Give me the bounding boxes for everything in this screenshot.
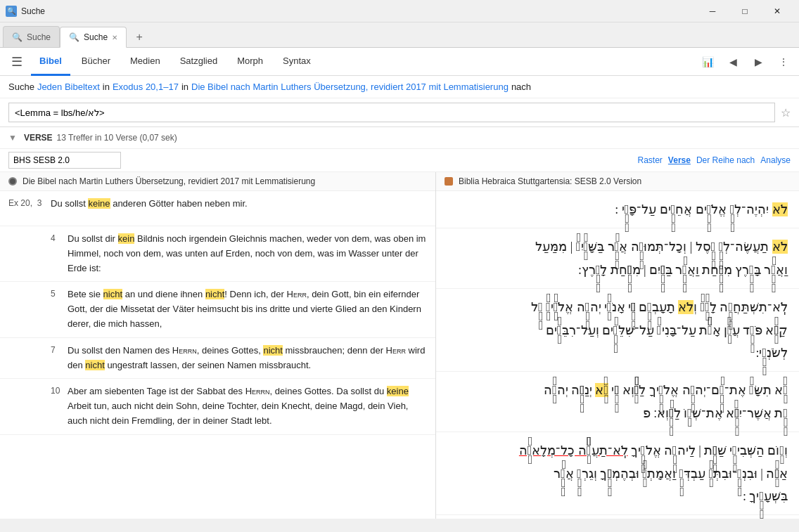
bookmark-icon[interactable]: ☆ — [781, 106, 791, 119]
tab-label-2: Suche — [84, 32, 108, 42]
hebrew-underline-lo5: לֹֽא־תַעֲשֶׂ֨ה כָל־מְלָאכָ֜ה — [519, 443, 628, 458]
back-button[interactable]: ◀ — [723, 52, 743, 72]
table-row: 7 Du sollst den Namen des Herrn, deines … — [0, 338, 435, 379]
verse-section-label: VERSE — [24, 133, 53, 143]
nav-tab-satzglied[interactable]: Satzglied — [172, 48, 226, 76]
verse-text: Du sollst keine anderen Götter haben neb… — [51, 197, 427, 220]
table-row: 10 Aber am siebenten Tage ist der Sabbat… — [0, 379, 435, 434]
hebrew-highlight-lo4: לֹ֥א — [595, 383, 608, 397]
collapse-button[interactable]: ▼ — [8, 133, 17, 143]
minimize-button[interactable]: ─ — [696, 0, 729, 22]
verse-number: 4 — [51, 232, 68, 275]
maximize-button[interactable]: □ — [729, 0, 761, 22]
highlight-nicht2: nicht — [205, 289, 224, 299]
search-link-passage[interactable]: Exodus 20,1–17 — [113, 82, 179, 92]
hebrew-highlight-lo1: לֹא — [772, 202, 788, 216]
highlight-nicht4: nicht — [85, 360, 104, 370]
results-count: 13 Treffer in 10 Verse (0,07 sek) — [57, 133, 177, 143]
app-icon: 🔍 — [6, 6, 17, 17]
hebrew-highlight-lo3: לֹא — [678, 300, 693, 314]
search-prefix: Suche — [8, 82, 34, 92]
verse-number: 7 — [51, 344, 68, 373]
verse-text: Aber am siebenten Tage ist der Sabbat de… — [68, 384, 427, 428]
tab-search2[interactable]: 🔍 Suche ✕ — [60, 27, 127, 48]
verse-text: Du sollst dir kein Bildnis noch irgendei… — [68, 232, 427, 275]
table-row: 5 Bete sie nicht an und diene ihnen nich… — [0, 282, 435, 337]
view-controls: Raster Verse Der Reihe nach Analyse — [638, 155, 791, 165]
hamburger-menu-button[interactable]: ☰ — [6, 51, 28, 73]
nav-tab-syntax[interactable]: Syntax — [274, 48, 319, 76]
highlight-nicht1: nicht — [103, 289, 122, 299]
search-link-version[interactable]: Die Bibel nach Martin Luthers Übersetzun… — [191, 82, 509, 92]
nav-tab-medien[interactable]: Medien — [122, 48, 169, 76]
tab-close-button[interactable]: ✕ — [112, 34, 117, 41]
tab-search1[interactable]: 🔍 Suche — [3, 26, 60, 47]
forward-button[interactable]: ▶ — [748, 52, 768, 72]
nav-tab-buecher[interactable]: Bücher — [73, 48, 119, 76]
left-panel: Die Bibel nach Martin Luthers Übersetzun… — [0, 172, 436, 519]
bar-chart-icon[interactable]: 📊 — [698, 52, 717, 72]
hebrew-verse-5: לֹֽא־תִשְׁתַּחֲוֶ֣ה לָהֶ֔ם֙ וְלֹא תָעָבְ… — [436, 289, 799, 372]
window-title: Suche — [21, 6, 45, 16]
verse-number: 5 — [51, 287, 68, 331]
nav-tab-medien-label: Medien — [130, 56, 160, 66]
hebrew-verse-10: וְי֛וֹם הַשְּׁבִיעִ֥י שַׁבָּ֖ת | לַיהוָ֣… — [436, 432, 799, 515]
tab-label-1: Suche — [27, 32, 51, 42]
tabbar: 🔍 Suche 🔍 Suche ✕ + — [0, 22, 799, 48]
tab-add-button[interactable]: + — [129, 27, 149, 47]
highlight-keine: keine — [88, 198, 110, 209]
nav-tab-morph-label: Morph — [237, 56, 263, 66]
search-field-row: ☆ — [0, 98, 799, 127]
right-panel: Biblia Hebraica Stuttgartensia: SESB 2.0… — [436, 172, 799, 519]
right-version-dot — [445, 177, 453, 186]
hebrew-verse-7: לֹ֥א תִשָּׂא֙ אֶת־שֵׁ֣ם־יְהוָ֣ה אֱלֹהֶ֑י… — [436, 372, 799, 432]
table-row: Ex 20, 3 Du sollst keine anderen Götter … — [0, 191, 435, 226]
verse-reference — [8, 287, 51, 331]
nav-tab-morph[interactable]: Morph — [229, 48, 271, 76]
verse-reference: Ex 20, 3 — [8, 197, 51, 220]
verse-reference — [8, 384, 51, 428]
highlight-kein: kein — [118, 233, 135, 244]
analyse-view-button[interactable]: Analyse — [760, 155, 791, 165]
titlebar-controls: ─ □ ✕ — [696, 0, 793, 22]
table-row: 4 Du sollst dir kein Bildnis noch irgend… — [0, 226, 435, 282]
verse-text: Du sollst den Namen des Herrn, deines Go… — [68, 344, 427, 373]
close-button[interactable]: ✕ — [761, 0, 793, 22]
nav-tab-bibel[interactable]: Bibel — [31, 48, 70, 76]
highlight-keine2: keine — [387, 386, 409, 396]
results-header: ▼ VERSE 13 Treffer in 10 Verse (0,07 sek… — [0, 127, 799, 149]
sequential-view-button[interactable]: Der Reihe nach — [696, 155, 755, 165]
search-input[interactable] — [8, 103, 775, 122]
verse-number: 10 — [51, 384, 68, 428]
nav-tab-satzglied-label: Satzglied — [180, 56, 217, 66]
search-in1: in — [103, 82, 110, 92]
nav-tab-bibel-label: Bibel — [39, 56, 62, 66]
version-selector-row: Raster Verse Der Reihe nach Analyse — [0, 149, 799, 172]
search-icon-tab1: 🔍 — [12, 32, 23, 42]
more-options-button[interactable]: ⋮ — [774, 52, 793, 72]
version-input[interactable] — [8, 152, 121, 169]
search-link-every-text[interactable]: Jeden Bibeltext — [37, 82, 100, 92]
raster-view-button[interactable]: Raster — [638, 155, 663, 165]
left-version-header: Die Bibel nach Martin Luthers Übersetzun… — [0, 172, 435, 191]
search-suffix: nach — [511, 82, 531, 92]
verse-reference — [8, 232, 51, 275]
titlebar-left: 🔍 Suche — [6, 6, 45, 17]
titlebar: 🔍 Suche ─ □ ✕ — [0, 0, 799, 22]
toolbar: ☰ Bibel Bücher Medien Satzglied Morph Sy… — [0, 48, 799, 76]
main-content: Raster Verse Der Reihe nach Analyse Die … — [0, 149, 799, 519]
version-dot-active — [8, 177, 17, 186]
hebrew-verse-3: לֹא יִהְיֶה־לְךָ֛ אֱלֹהִ֥ים אֲחֵרִ֖ים עַ… — [436, 191, 799, 228]
left-version-label: Die Bibel nach Martin Luthers Übersetzun… — [23, 176, 315, 186]
nav-tab-buecher-label: Bücher — [82, 56, 110, 66]
right-version-label: Biblia Hebraica Stuttgartensia: SESB 2.0… — [459, 176, 641, 186]
results-panel: Die Bibel nach Martin Luthers Übersetzun… — [0, 172, 799, 519]
verse-view-button[interactable]: Verse — [668, 155, 691, 165]
highlight-nicht3: nicht — [263, 345, 282, 356]
search-icon-tab2: 🔍 — [69, 32, 79, 42]
search-in2: in — [181, 82, 188, 92]
nav-tab-syntax-label: Syntax — [283, 56, 311, 66]
toolbar-right: 📊 ◀ ▶ ⋮ — [698, 52, 793, 72]
hebrew-highlight-lo2: לֹא — [772, 240, 788, 254]
hebrew-verse-4: לֹא תַעֲשֶׂה־לְךָ֥ פֶ֖סֶל | וְכָל־תְּמוּ… — [436, 228, 799, 289]
